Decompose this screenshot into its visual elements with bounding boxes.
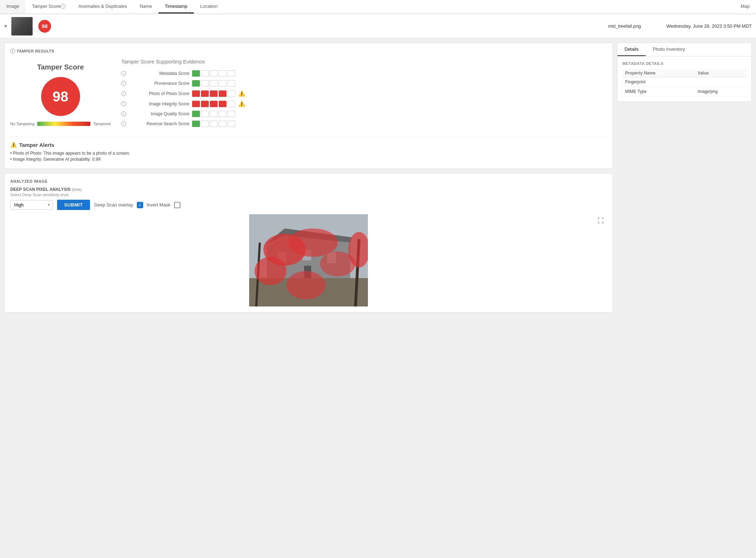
photo-of-photo-info-icon[interactable]: i: [121, 91, 126, 96]
nav-item-map[interactable]: Map: [734, 0, 756, 13]
image-integrity-label: Image Integrity Score: [129, 101, 189, 106]
image-row: ▾ 98 mid_treefall.png Wednesday, June 28…: [0, 14, 756, 38]
metadata-info-icon[interactable]: i: [121, 71, 126, 76]
evidence-row-reverse-search: i Reverse Search Score: [121, 121, 607, 127]
chevron-icon[interactable]: ▾: [4, 23, 7, 29]
value-fingerprint: [695, 77, 746, 87]
bar-cell: [201, 101, 209, 107]
bar-cell: [219, 101, 226, 107]
right-panel: Details Photo Inventory METADATA DETAILS…: [617, 43, 752, 554]
tamper-results-info-icon[interactable]: ?: [10, 49, 15, 54]
nav-item-location[interactable]: Location: [194, 0, 224, 13]
tamper-results-card: ? TAMPER RESULTS Tamper Score 98 No Tamp…: [4, 43, 613, 169]
bar-cell: [201, 70, 209, 77]
left-panel: ? TAMPER RESULTS Tamper Score 98 No Tamp…: [4, 43, 613, 554]
bar-cell: [192, 121, 200, 127]
filename-label: mid_treefall.png: [608, 23, 641, 29]
submit-button[interactable]: SUBMIT: [57, 200, 90, 210]
table-row: MIME Type image/png: [622, 87, 746, 96]
bar-cell: [192, 70, 200, 77]
expand-icon[interactable]: ⛶: [598, 217, 604, 225]
reverse-search-info-icon[interactable]: i: [121, 121, 126, 126]
metadata-label: Metadata Score: [129, 71, 189, 76]
image-quality-info-icon[interactable]: i: [121, 111, 126, 116]
invert-mask-label: Invert Mask: [147, 202, 170, 208]
value-mime: image/png: [695, 87, 746, 96]
image-quality-score-bars: [192, 111, 235, 117]
tamper-content: Tamper Score 98 No Tampering Tampered Ta…: [10, 59, 607, 131]
analyzed-image-display: [249, 214, 368, 306]
evidence-row-photo-of-photo: i Photo of Photo Score ⚠️: [121, 90, 607, 97]
bar-cell: [210, 70, 218, 77]
photo-of-photo-warning-icon: ⚠️: [238, 90, 245, 97]
nav-item-tamper-score[interactable]: Tamper Score i: [26, 0, 72, 13]
property-fingerprint: Fingerprint: [622, 77, 695, 87]
alerts-section: ⚠️ Tamper Alerts • Photo of Photo: This …: [10, 137, 607, 162]
tamper-score-info-icon[interactable]: i: [61, 4, 66, 9]
deep-scan-title: DEEP SCAN PIXEL ANALYSIS (beta): [10, 187, 607, 192]
svg-point-14: [286, 271, 325, 299]
image-thumbnail[interactable]: [11, 17, 33, 35]
property-mime: MIME Type: [622, 87, 695, 96]
bar-cell: [219, 70, 226, 77]
deep-scan-subtitle: Select Deep Scan sensitivity level: [10, 193, 607, 197]
score-title: Tamper Score: [37, 63, 84, 71]
metadata-score-bars: [192, 70, 235, 77]
table-row: Fingerprint: [622, 77, 746, 87]
bar-cell: [210, 90, 218, 97]
photo-of-photo-score-bars: [192, 90, 235, 97]
bar-cell: [228, 121, 235, 127]
alerts-title: ⚠️ Tamper Alerts: [10, 142, 607, 148]
bar-cell: [219, 111, 226, 117]
tabs-row: Details Photo Inventory: [617, 43, 751, 56]
alert-2: • Image Integrity: Generative AI probabi…: [10, 157, 607, 162]
tamper-scale: No Tampering Tampered: [10, 122, 111, 126]
main-layout: ? TAMPER RESULTS Tamper Score 98 No Tamp…: [0, 38, 756, 558]
image-integrity-info-icon[interactable]: i: [121, 101, 126, 106]
provenance-info-icon[interactable]: i: [121, 81, 126, 86]
tab-photo-inventory[interactable]: Photo Inventory: [646, 43, 692, 56]
bar-cell: [219, 121, 226, 127]
score-circle: 98: [41, 77, 80, 116]
image-integrity-score-bars: [192, 101, 235, 107]
image-integrity-warning-icon: ⚠️: [238, 100, 245, 107]
nav-item-image[interactable]: Image: [0, 0, 26, 13]
bar-cell: [201, 90, 209, 97]
col-property: Property Name: [622, 69, 695, 77]
tab-details[interactable]: Details: [617, 43, 646, 56]
evidence-section: Tamper Score Supporting Evidence i Metad…: [121, 59, 607, 131]
nav-item-anomalies[interactable]: Anomalies & Duplicates: [72, 0, 133, 13]
evidence-title: Tamper Score Supporting Evidence: [121, 59, 607, 65]
bar-cell: [228, 80, 235, 87]
sensitivity-select[interactable]: High Medium Low: [10, 200, 53, 210]
svg-point-12: [254, 257, 286, 285]
analyzed-image-card: ANALYZED IMAGE DEEP SCAN PIXEL ANALYSIS …: [4, 173, 613, 313]
col-value: Value: [695, 69, 746, 77]
bar-cell: [210, 111, 218, 117]
bar-cell: [201, 121, 209, 127]
invert-mask-checkbox[interactable]: [174, 202, 180, 208]
analyzed-title: ANALYZED IMAGE: [10, 179, 607, 183]
reverse-search-label: Reverse Search Score: [129, 121, 189, 126]
right-card: Details Photo Inventory METADATA DETAILS…: [617, 43, 752, 102]
timestamp-label: Wednesday, June 28, 2023 3:50 PM MDT: [666, 23, 752, 29]
evidence-row-provenance: i Provenance Score: [121, 80, 607, 87]
deep-scan-overlay-checkbox[interactable]: [137, 202, 143, 208]
bar-cell: [228, 70, 235, 77]
evidence-row-metadata: i Metadata Score: [121, 70, 607, 77]
metadata-title: METADATA DETAILS: [622, 61, 746, 66]
nav-item-timestamp[interactable]: Timestamp: [158, 0, 194, 13]
nav-item-name[interactable]: Name: [133, 0, 158, 13]
metadata-table: Property Name Value Fingerprint MIME Typ…: [622, 69, 746, 96]
provenance-score-bars: [192, 80, 235, 87]
bar-cell: [210, 101, 218, 107]
tamper-results-header: ? TAMPER RESULTS: [10, 49, 607, 54]
bar-cell: [219, 80, 226, 87]
bar-cell: [219, 90, 226, 97]
bar-cell: [201, 80, 209, 87]
evidence-row-image-quality: i Image Quality Score: [121, 111, 607, 117]
analyzed-image-svg: [249, 214, 368, 306]
metadata-section: METADATA DETAILS Property Name Value Fin…: [617, 56, 751, 101]
image-container: ⛶: [10, 214, 607, 306]
image-quality-label: Image Quality Score: [129, 111, 189, 116]
